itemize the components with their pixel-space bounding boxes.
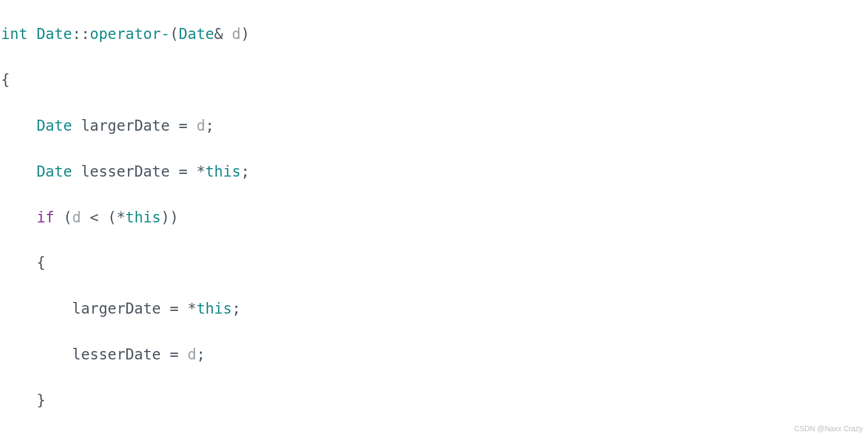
- param-d: d: [232, 25, 241, 43]
- watermark-text: CSDN @Naxx Crazy: [794, 423, 863, 435]
- var-largerdate: largerDate: [81, 117, 170, 134]
- code-line: largerDate = *this;: [1, 297, 868, 320]
- code-line: if (d < (*this)): [1, 206, 868, 229]
- var-lesserdate: lesserDate: [81, 163, 170, 180]
- code-line: lesserDate = d;: [1, 343, 868, 366]
- class-date: Date: [36, 25, 72, 43]
- code-line: int Date::operator-(Date& d): [1, 23, 868, 45]
- code-line: {: [1, 251, 868, 274]
- keyword-this: this: [205, 163, 241, 180]
- code-line: {: [1, 69, 868, 91]
- code-line: Date largerDate = d;: [1, 114, 868, 137]
- keyword-int: int: [1, 25, 28, 43]
- code-block: int Date::operator-(Date& d) { Date larg…: [0, 0, 868, 438]
- code-line: }: [1, 389, 868, 412]
- fn-operator-minus: operator-: [90, 25, 170, 43]
- keyword-if: if: [36, 209, 54, 226]
- code-line: int day = 0;: [1, 434, 868, 438]
- code-line: Date lesserDate = *this;: [1, 160, 868, 183]
